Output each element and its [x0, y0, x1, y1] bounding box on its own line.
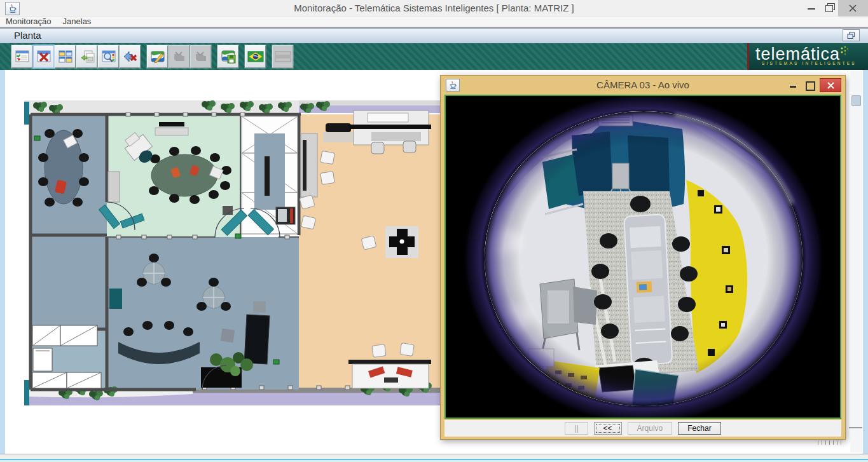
- camera-window-title: CÂMERA 03 - Ao vivo: [517, 76, 769, 95]
- camera-window[interactable]: CÂMERA 03 - Ao vivo: [440, 75, 846, 440]
- flag-disabled-icon: [275, 49, 291, 64]
- window-border-right: [863, 70, 868, 454]
- close-button[interactable]: [838, 0, 868, 17]
- fechar-button[interactable]: Fechar: [678, 422, 720, 435]
- titlebar: Monitoração - Telemática Sistemas Inteli…: [0, 0, 868, 17]
- toolbar-search-status-button[interactable]: [98, 45, 119, 68]
- windows-grid-icon: [58, 49, 73, 64]
- close-icon: [849, 4, 857, 12]
- camera-minimize-button[interactable]: [787, 78, 799, 92]
- camera-marker-3[interactable]: [273, 360, 279, 364]
- telematica-logo: telemática SISTEMAS INTELIGENTES: [747, 43, 868, 70]
- toolbar-monitor-checklist-button[interactable]: [11, 45, 32, 68]
- main-window: Monitoração - Telemática Sistemas Inteli…: [0, 0, 868, 462]
- camera-close-icon: [827, 82, 834, 89]
- window-border-left: [0, 70, 5, 454]
- tab-planta[interactable]: Planta: [14, 30, 41, 41]
- disconnect-arrow-icon: [123, 49, 138, 64]
- toolbar-map-save-button[interactable]: [217, 45, 238, 68]
- bottom-desk: [352, 364, 429, 388]
- menu-janelas[interactable]: Janelas: [57, 17, 97, 27]
- map-edit-icon: [150, 49, 165, 64]
- camera-titlebar[interactable]: CÂMERA 03 - Ao vivo: [441, 76, 845, 95]
- logo-brand-text: telemática: [755, 46, 840, 62]
- copy-image-icon: [79, 49, 95, 64]
- logo-tagline: SISTEMAS INTELIGENTES: [755, 61, 863, 65]
- toolbar-copy-image-button[interactable]: [76, 45, 97, 68]
- camera-app-icon: [446, 79, 460, 92]
- logo-dots-icon: [840, 44, 850, 60]
- tv-bar: [159, 122, 184, 126]
- sofa: [326, 123, 351, 132]
- fisheye-view: [446, 96, 841, 418]
- toolbar-windows-grid-button[interactable]: [55, 45, 76, 68]
- scrollbar-thumb[interactable]: [851, 95, 861, 106]
- menu-monitoracao[interactable]: Monitoração: [0, 17, 57, 27]
- toolbar-camera-action2-button: [190, 45, 211, 68]
- status-strip: [0, 454, 868, 459]
- teal-desk: [109, 289, 122, 309]
- reception-area: [299, 114, 441, 388]
- camera-live-view: [444, 95, 841, 419]
- content-area: CÂMERA 03 - Ao vivo: [5, 70, 863, 454]
- camera-disabled-icon: [172, 49, 187, 64]
- camera-close-button[interactable]: [820, 78, 841, 92]
- menubar: Monitoração Janelas: [0, 17, 868, 27]
- toolbar: telemática SISTEMAS INTELIGENTES: [0, 43, 868, 70]
- toolbar-flag-alt-button: [272, 45, 293, 68]
- room-office-left: [31, 235, 107, 329]
- java-icon: [8, 4, 17, 13]
- arquivo-button: Arquivo: [628, 422, 673, 435]
- vertical-scrollbar[interactable]: [850, 71, 862, 452]
- camera-maximize-button[interactable]: [803, 78, 816, 92]
- camera-marker-2[interactable]: [235, 234, 241, 238]
- brazil-flag-icon: [247, 49, 264, 64]
- close-window-red-x-icon: [36, 49, 52, 64]
- gutter-divider: [849, 427, 862, 428]
- camera-marker-1[interactable]: [34, 136, 40, 140]
- restore-button[interactable]: [820, 0, 838, 17]
- toolbar-close-window-button[interactable]: [33, 45, 54, 68]
- map-save-icon: [221, 49, 236, 64]
- rewind-button[interactable]: <<: [594, 422, 622, 435]
- monitor-checklist-icon: [15, 49, 30, 64]
- toolbar-disconnect-button[interactable]: [120, 45, 141, 68]
- toolbar-camera-action1-button: [169, 45, 189, 68]
- camera-button-bar: || << Arquivo Fechar: [444, 420, 841, 437]
- oval-table-green-room: [151, 154, 217, 196]
- pause-button: ||: [565, 422, 588, 435]
- restore-windows-button[interactable]: [843, 29, 860, 41]
- camera-disabled-icon-2: [193, 49, 209, 64]
- planta-tabbar: Planta: [0, 27, 868, 43]
- minimize-button[interactable]: [803, 0, 820, 17]
- toolbar-map-edit-button[interactable]: [147, 45, 168, 68]
- search-status-icon: [101, 49, 116, 64]
- resize-ticks: [818, 440, 850, 445]
- floor-plan[interactable]: [11, 100, 441, 407]
- toolbar-brazil-flag-button[interactable]: [245, 45, 266, 68]
- app-icon-button[interactable]: [5, 2, 20, 15]
- open-area: [107, 237, 299, 390]
- window-title: Monitoração - Telemática Sistemas Inteli…: [127, 0, 741, 17]
- cascade-windows-icon: [847, 32, 855, 39]
